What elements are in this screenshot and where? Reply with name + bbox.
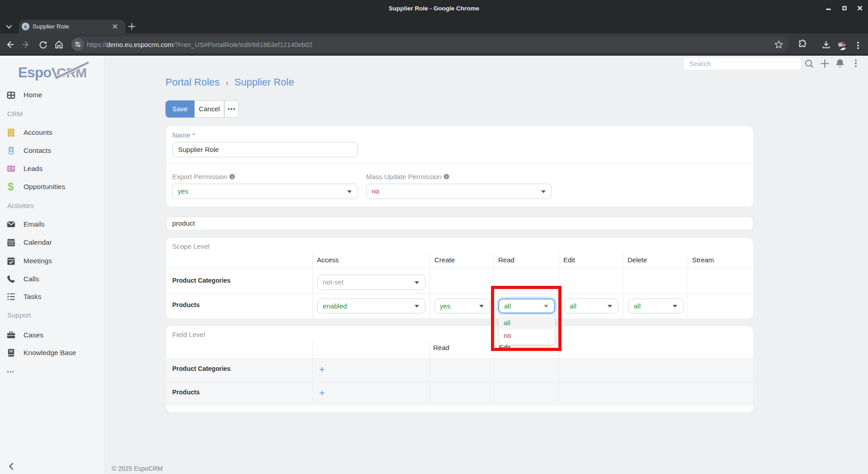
svg-text:Espo: Espo [18,65,52,81]
svg-text:e: e [24,23,27,30]
